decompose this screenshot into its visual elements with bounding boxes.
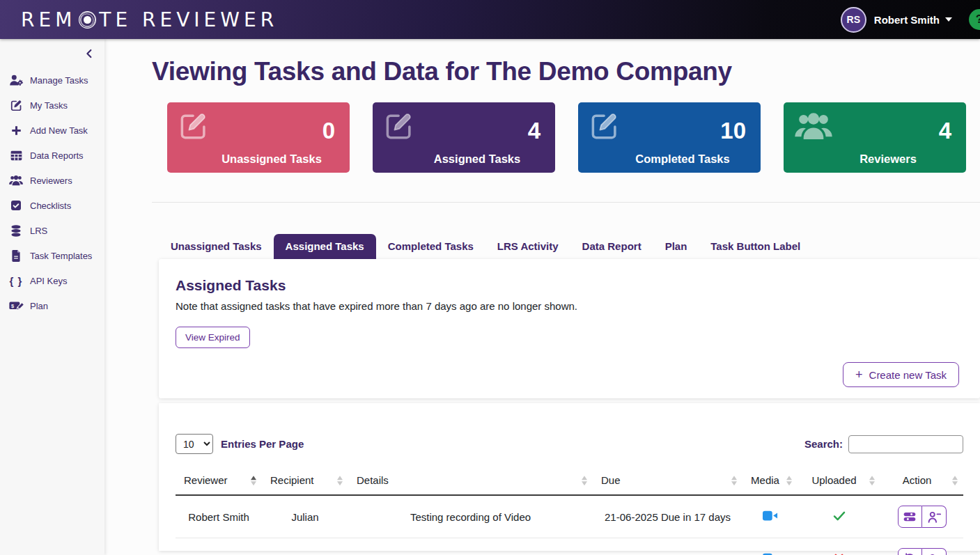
search-input[interactable] xyxy=(848,435,963,453)
column-header-details[interactable]: Details xyxy=(348,468,593,495)
cell-action xyxy=(880,495,963,538)
tab-completed-tasks[interactable]: Completed Tasks xyxy=(376,234,485,259)
braces-icon: { } xyxy=(8,275,24,287)
entries-per-page-select[interactable]: 10 xyxy=(176,434,213,454)
stat-value: 4 xyxy=(528,119,540,142)
users-icon xyxy=(794,111,833,143)
avatar[interactable]: RS xyxy=(841,7,866,33)
column-header-due[interactable]: Due xyxy=(593,468,742,495)
sort-icon xyxy=(582,476,587,485)
stat-value: 10 xyxy=(720,119,746,142)
pen-square-icon xyxy=(178,111,210,143)
sidebar-nav: Manage Tasks My Tasks Add New Task xyxy=(0,68,104,318)
file-icon xyxy=(8,250,24,262)
table-controls: 10 Entries Per Page Search: xyxy=(176,434,963,454)
app-header: REM TE REVIEWER RS Robert Smith ? xyxy=(0,0,980,39)
logo-text-pre: REM xyxy=(21,8,76,31)
main-content: Viewing Tasks and Data for The Demo Comp… xyxy=(104,39,980,555)
table-icon xyxy=(8,150,24,161)
column-header-recipient[interactable]: Recipient xyxy=(262,468,348,495)
sidebar-item-reviewers[interactable]: Reviewers xyxy=(0,168,104,193)
table-header-row: Reviewer Recipient Details Due xyxy=(176,468,963,495)
sort-icon xyxy=(337,476,343,485)
stat-value: 4 xyxy=(939,119,951,142)
column-header-media[interactable]: Media xyxy=(742,468,798,495)
check-icon xyxy=(832,510,846,521)
person-minus-icon xyxy=(927,511,941,523)
chevron-left-icon xyxy=(84,48,95,59)
cell-due: 21-06-2025 Due in 17 days xyxy=(593,495,742,538)
avatar-initials: RS xyxy=(847,14,860,25)
tab-assigned-tasks[interactable]: Assigned Tasks xyxy=(274,234,376,259)
stat-label: Reviewers xyxy=(784,153,966,166)
section-divider xyxy=(152,202,980,203)
table-row: Test Admin User Demonstarte Sanding Tech… xyxy=(176,538,963,555)
column-header-uploaded[interactable]: Uploaded xyxy=(798,468,880,495)
plus-icon xyxy=(8,125,24,136)
tab-task-button-label[interactable]: Task Button Label xyxy=(699,234,812,259)
page-title: Viewing Tasks and Data for The Demo Comp… xyxy=(152,57,980,86)
stat-label: Assigned Tasks xyxy=(373,153,555,166)
sidebar-item-checklists[interactable]: Checklists xyxy=(0,193,104,218)
pen-square-icon xyxy=(8,100,24,111)
caret-down-icon xyxy=(945,17,952,22)
logo-text-post: TE REVIEWER xyxy=(99,8,278,31)
tab-plan[interactable]: Plan xyxy=(653,234,699,259)
app-logo[interactable]: REM TE REVIEWER xyxy=(21,8,278,31)
money-pen-icon: $ xyxy=(8,300,24,312)
tab-data-report[interactable]: Data Report xyxy=(570,234,653,259)
users-icon xyxy=(8,175,24,186)
stat-card-unassigned-tasks[interactable]: 0 Unassigned Tasks xyxy=(167,102,350,173)
unassign-reviewer-button[interactable] xyxy=(922,548,947,555)
sidebar-item-add-new-task[interactable]: Add New Task xyxy=(0,118,104,143)
stat-card-completed-tasks[interactable]: 10 Completed Tasks xyxy=(578,102,761,173)
help-button[interactable]: ? xyxy=(969,9,980,30)
sidebar-item-task-templates[interactable]: Task Templates xyxy=(0,243,104,268)
stat-card-reviewers[interactable]: 4 Reviewers xyxy=(784,102,966,173)
panel-title: Assigned Tasks xyxy=(176,277,959,294)
sort-icon xyxy=(869,476,875,485)
logo-o-icon xyxy=(78,10,97,29)
sidebar-item-plan[interactable]: $ Plan xyxy=(0,293,104,318)
entries-per-page-label: Entries Per Page xyxy=(221,438,304,450)
cell-media xyxy=(742,538,798,555)
sliders-icon xyxy=(903,512,916,522)
stat-cards: 0 Unassigned Tasks 4 Assigned Tasks xyxy=(167,102,966,173)
unassign-reviewer-button[interactable] xyxy=(922,506,947,528)
column-header-action[interactable]: Action xyxy=(880,468,963,495)
tasks-table: Reviewer Recipient Details Due xyxy=(176,468,963,555)
sidebar-item-my-tasks[interactable]: My Tasks xyxy=(0,93,104,118)
view-details-button[interactable] xyxy=(898,506,922,528)
tasks-table-panel: 10 Entries Per Page Search: R xyxy=(159,403,980,551)
sort-icon xyxy=(952,476,958,485)
sidebar-item-data-reports[interactable]: Data Reports xyxy=(0,143,104,168)
view-expired-button[interactable]: View Expired xyxy=(176,327,250,348)
sidebar-item-manage-tasks[interactable]: Manage Tasks xyxy=(0,68,104,93)
cell-recipient: Admin User xyxy=(262,538,348,555)
create-new-task-button[interactable]: + Create new Task xyxy=(843,362,959,387)
collapse-sidebar-button[interactable] xyxy=(81,45,98,62)
search-label: Search: xyxy=(804,438,843,450)
sidebar-item-lrs[interactable]: LRS xyxy=(0,218,104,243)
cell-due: 15-06-2025 Due in 11 days xyxy=(593,538,742,555)
video-icon[interactable] xyxy=(763,510,778,521)
user-name[interactable]: Robert Smith xyxy=(874,14,940,26)
cell-uploaded xyxy=(798,495,880,538)
tab-lrs-activity[interactable]: LRS Activity xyxy=(485,234,570,259)
cell-details: Testing recording of Video xyxy=(348,495,593,538)
sort-icon xyxy=(251,476,256,485)
sidebar-item-api-keys[interactable]: { } API Keys xyxy=(0,268,104,293)
user-menu[interactable]: RS Robert Smith ? xyxy=(841,0,980,39)
column-header-reviewer[interactable]: Reviewer xyxy=(176,468,262,495)
history-button[interactable] xyxy=(898,548,922,555)
assigned-tasks-panel: Assigned Tasks Note that assigned tasks … xyxy=(159,259,980,398)
stat-value: 0 xyxy=(322,119,335,142)
tab-unassigned-tasks[interactable]: Unassigned Tasks xyxy=(159,234,274,259)
cell-reviewer: Test xyxy=(176,538,262,555)
cell-recipient: Julian xyxy=(262,495,348,538)
cell-action xyxy=(880,538,963,555)
stat-card-assigned-tasks[interactable]: 4 Assigned Tasks xyxy=(373,102,555,173)
database-icon xyxy=(8,225,24,237)
sort-icon xyxy=(731,476,737,485)
panel-note: Note that assigned tasks that have expir… xyxy=(176,300,959,312)
